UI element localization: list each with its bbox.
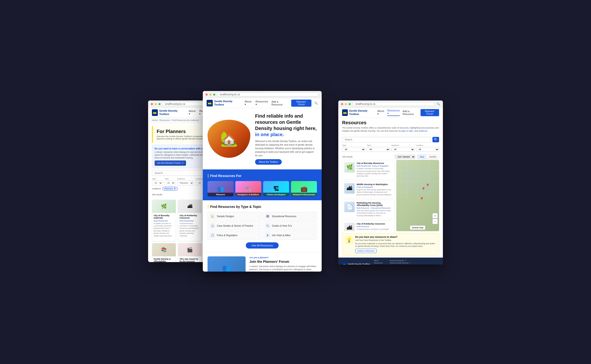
forum-body: A vibrant, interactive online dialogue f… [249,265,317,272]
result-card-right-2[interactable]: 📄 Rethinking the Housing Affordability C… [342,200,394,219]
hero-section: 🏡 Find reliable info and resources on Ge… [203,108,322,169]
type-item-5[interactable]: ℹ Info Hubs & Allies › [263,231,317,240]
browser-bar-right: smallhousing.bc.ca 🔍 [338,100,443,108]
nav-resources-center[interactable]: Resources ▾ [256,100,269,106]
resource-card-left-0[interactable]: 🌿 City of Burnaby materials Multi-Reside… [152,200,176,241]
rfilter-location-select[interactable]: All [416,147,439,152]
map-controls: + − [433,213,438,224]
right-footer-about[interactable]: About [374,260,387,262]
card-thumb-5: 🎬 [178,243,202,256]
result-tag-2: Multi-Resource · Educational Resources [357,207,392,209]
audience-label-2: Citizen Developers [263,193,289,196]
result-logo-2: 📄 [344,202,355,212]
nav-about-right[interactable]: About ▾ [377,110,384,116]
rfilter-location-wrap: Location All [416,144,439,152]
type-item-2[interactable]: 📰 Case Studies & Stories of Practice › [208,221,262,230]
map-grid-svg [396,160,439,203]
search-icon-right[interactable]: 🔍 [437,102,440,105]
add-resource-section-right: 💡 Do you have any resources to share? Ad… [342,233,439,256]
rfilter-type-select[interactable]: All [342,147,365,152]
resources-link-audience[interactable]: audience [419,130,427,132]
forum-join-btn-left[interactable]: Join the Planners' Forum ↗ [155,160,186,166]
result-card-right-3[interactable]: 🏙 City of Kimberley resources Multi-Reso… [342,221,394,231]
nav-forum-btn-right[interactable]: Planners' Forum [420,109,439,116]
hero-text: Find reliable info and resources on Gent… [255,113,317,165]
map-zoom-in-btn[interactable]: + [433,213,438,218]
result-tag-0: Multi-Residential · Policy & Regulation [357,165,392,167]
audience-card-1[interactable]: 🔧 Designers & Builders [235,181,261,196]
rfilter-audience-select[interactable]: All [391,147,415,152]
result-logo-3: 🏙 [344,223,355,231]
right-footer-gdn[interactable]: Gentle Density Network ↗ [390,262,411,264]
resource-card-left-4[interactable]: 📚 Gentle Density & Affordability Educati… [152,243,176,262]
resources-link-topic[interactable]: topic [409,130,413,132]
right-footer-forum[interactable]: Planners' Forum ↗ [390,264,411,264]
results-list: 🌿 City of Burnaby Resources Multi-Reside… [342,160,394,231]
resource-card-left-1[interactable]: 🏙 City of Kimberley resources Multi-Resi… [178,200,202,241]
rfilter-location-label: Location [416,144,439,146]
hero-image: 🏡 [208,120,250,158]
homepage-content: 🏡 Find reliable info and resources on Ge… [203,108,322,272]
nav-add-resource-right[interactable]: Add a Resource [403,110,418,116]
rfilter-topic-select[interactable]: All [367,147,390,152]
hero-cta-btn[interactable]: About the Toolbox [255,159,282,165]
type-item-0[interactable]: 📐 Sample Designs › [208,212,262,221]
rfilter-type-label: Type [342,144,365,146]
browse-map-btn[interactable]: Browse Map [410,226,425,230]
resources-search-row: 🔍 [342,137,439,142]
resources-search-input[interactable] [342,137,431,142]
type-icon-4: 📋 [210,233,215,238]
navbar-right: 🏘 Gentle Density Toolbox About ▾ Resourc… [338,108,443,118]
submit-resource-btn[interactable]: Submit a Resource [355,249,377,253]
resource-card-left-5[interactable]: 🎬 This was meant to fix the housing cris… [178,243,202,262]
type-chevron-1: › [314,215,314,218]
type-icon-3: 🔧 [265,223,270,228]
filter-audience-wrap: Audience Planners [177,178,194,185]
type-item-left-4: 📋 Policy & Regulation [210,233,237,238]
card-title-0: City of Burnaby materials [154,214,174,219]
audience-card-0[interactable]: 👥 Planners [208,181,233,196]
right-footer-add[interactable]: Add a Resource [374,264,387,264]
right-footer-smallhousing[interactable]: Small Housing BC ↗ [390,260,411,262]
type-item-3[interactable]: 🔧 Guides & How To's › [263,221,317,230]
logo-right: 🏘 Gentle Density Toolbox [342,109,374,116]
nav-add-resource-center[interactable]: Add a Resource [271,100,288,106]
rfilter-type-wrap: Type All [342,144,365,152]
audience-card-3[interactable]: 💼 Related Professionals [291,181,317,196]
url-bar-center: smallhousing.bc.ca [217,92,319,97]
add-subheading-right: Add Your Own Resources to the Toolbox [355,239,436,242]
results-controls: Sort: Newest Map Satellite [395,155,439,159]
card-body-4: Gentle Density & Affordability Education… [152,256,176,262]
sort-select-right[interactable]: Sort: Newest [395,155,415,159]
map-zoom-out-btn[interactable]: − [433,219,438,224]
nav-resources-right[interactable]: Resources ▾ [387,109,400,116]
results-area: 🌿 City of Burnaby Resources Multi-Reside… [338,160,443,231]
audience-cards: 👥 Planners 🔧 Designers & Builders 🏗 Citi… [208,181,317,196]
hero-accent: in one place. [255,132,284,137]
result-content-1: Middle Housing in Washington Policy & Re… [357,183,392,196]
logo-text-left: Gentle Density Toolbox [159,109,185,116]
see-all-btn[interactable]: See All Resources [246,242,279,248]
nav-about-left[interactable]: About ▾ [189,110,197,116]
result-desc-0: In-depth overview of community resources… [357,168,392,177]
resources-search-btn[interactable]: 🔍 [433,137,439,142]
map-tab-btn[interactable]: Map [417,155,427,159]
logo-center: 🏘 Gentle Density Toolbox [207,100,241,106]
result-card-right-0[interactable]: 🌿 City of Burnaby Resources Multi-Reside… [342,160,394,180]
filter-audience-select[interactable]: Planners [177,181,194,185]
audience-tag-remove[interactable]: ✕ [174,188,176,190]
rfilter-audience-label: Audience [391,144,415,146]
nav-about-center[interactable]: About ▾ [245,100,253,106]
filter-topic-select[interactable]: All [164,181,175,185]
type-item-4[interactable]: 📋 Policy & Regulation › [208,231,262,240]
type-item-1[interactable]: 📚 Educational Resources › [263,212,317,221]
result-card-right-1[interactable]: 🏙 Middle Housing in Washington Policy & … [342,181,394,198]
satellite-tab-btn[interactable]: Satellite [427,155,439,159]
type-chevron-3: › [314,225,314,227]
right-footer-resources[interactable]: Resources [374,262,387,264]
filter-type-select[interactable]: All [152,181,163,185]
resources-link-type[interactable]: type [401,130,406,132]
nav-forum-btn-center[interactable]: Planners' Forum [291,100,311,107]
nav-search-icon-center[interactable]: 🔍 [314,101,318,105]
audience-card-2[interactable]: 🏗 Citizen Developers [263,181,289,196]
